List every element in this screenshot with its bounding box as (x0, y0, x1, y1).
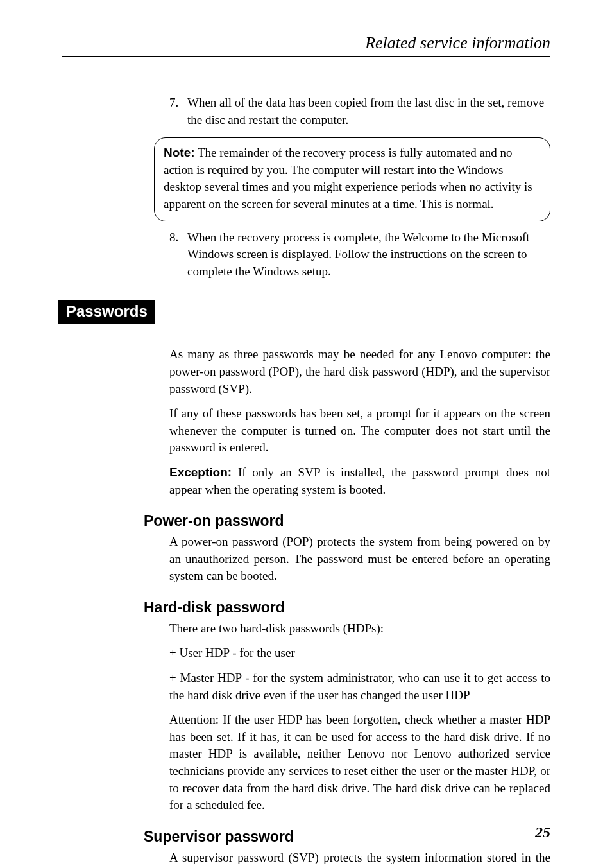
step-7-number: 7. (169, 94, 187, 128)
step-7: 7. When all of the data has been copied … (169, 94, 550, 128)
step-8-number: 8. (169, 229, 187, 281)
hdp-line4: Attention: If the user HDP has been forg… (169, 711, 550, 814)
note-lead: Note: (164, 146, 195, 159)
step-7-text: When all of the data has been copied fro… (187, 94, 550, 128)
heading-supervisor-password: Supervisor password (144, 828, 550, 846)
passwords-exception: Exception: If only an SVP is installed, … (169, 464, 550, 498)
passwords-intro-2: If any of these passwords has been set, … (169, 405, 550, 456)
section-rule (58, 297, 550, 297)
hdp-line2: + User HDP - for the user (169, 645, 550, 662)
running-head-rule (62, 56, 550, 57)
passwords-intro-1: As many as three passwords may be needed… (169, 346, 550, 397)
step-8-text: When the recovery process is complete, t… (187, 229, 550, 281)
heading-power-on-password: Power-on password (144, 512, 550, 530)
svp-text1: A supervisor password (SVP) protects the… (169, 849, 550, 868)
exception-lead: Exception: (169, 465, 232, 479)
section-passwords: Passwords (58, 297, 550, 324)
note-text: The remainder of the recovery process is… (164, 146, 532, 211)
note-box: Note: The remainder of the recovery proc… (154, 137, 550, 221)
page-number: 25 (535, 824, 550, 841)
hdp-line3: + Master HDP - for the system administra… (169, 670, 550, 704)
step-8: 8. When the recovery process is complete… (169, 229, 550, 281)
section-title-passwords: Passwords (58, 300, 155, 324)
heading-hard-disk-password: Hard-disk password (144, 599, 550, 616)
running-head-text: Related service information (365, 33, 550, 52)
pop-text: A power-on password (POP) protects the s… (169, 534, 550, 585)
running-head: Related service information (62, 33, 550, 57)
hdp-line1: There are two hard-disk passwords (HDPs)… (169, 620, 550, 638)
